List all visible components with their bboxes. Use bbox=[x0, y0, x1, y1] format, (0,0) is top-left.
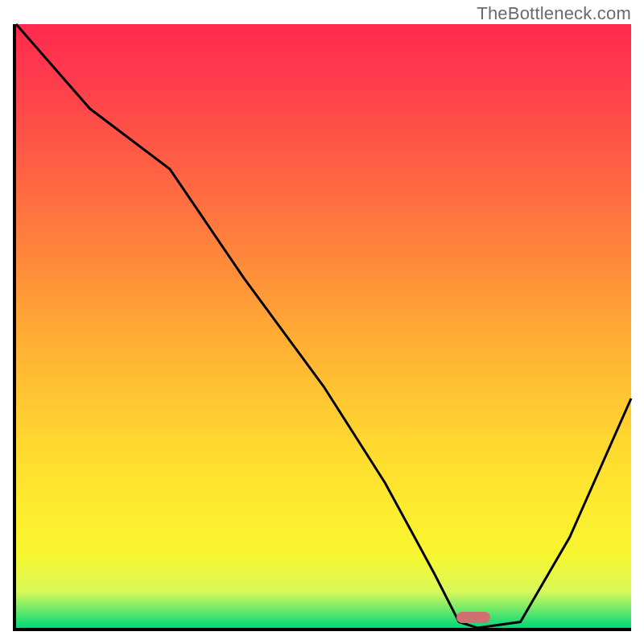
optimal-marker bbox=[456, 612, 490, 623]
bottleneck-curve bbox=[16, 24, 631, 628]
watermark-text: TheBottleneck.com bbox=[477, 3, 631, 24]
chart-plot-area bbox=[13, 24, 631, 631]
curve-path bbox=[16, 24, 631, 628]
